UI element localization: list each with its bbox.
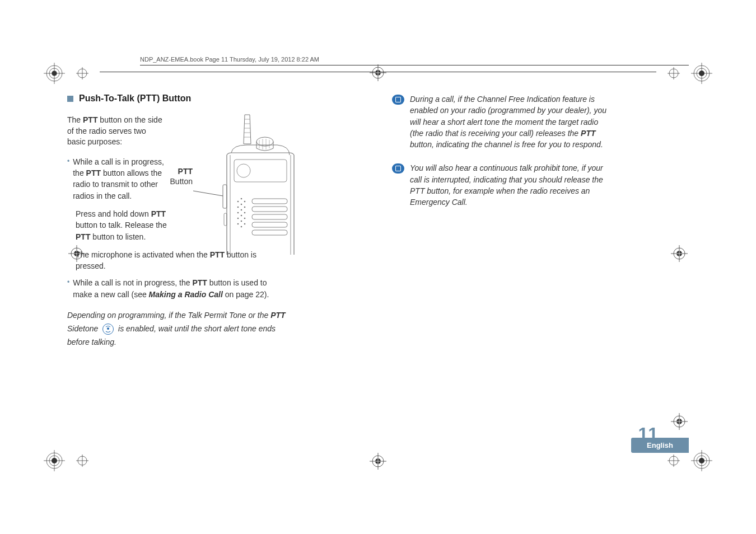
svg-rect-95 [252,230,287,235]
svg-rect-91 [252,199,287,204]
heading-text: Push-To-Talk (PTT) Button [79,93,191,104]
svg-rect-96 [223,185,227,208]
svg-line-98 [193,191,223,196]
svg-point-76 [237,207,239,208]
registration-target-icon [691,63,712,84]
svg-point-81 [241,204,242,205]
svg-point-86 [244,201,246,203]
sidetone-icon [102,324,114,335]
left-column: Push-To-Talk (PTT) Button The PTT button… [67,93,364,358]
page-content: NDP_ANZ-EMEA.book Page 11 Thursday, July… [67,56,689,478]
bullet-item-2: • While a call is not in progress, the P… [67,277,364,300]
note-2: You will also hear a continuous talk pro… [392,162,689,208]
note-icon [392,95,404,105]
ptt-callout-label: PTT Button [165,166,193,186]
svg-rect-73 [234,160,287,182]
radio-illustration [193,109,305,255]
svg-rect-97 [224,213,227,226]
intro-paragraph: The PTT button on the side of the radio … [67,115,162,148]
svg-point-79 [237,223,239,225]
registration-target-icon [44,450,65,471]
right-column: During a call, if the Channel Free Indic… [392,93,689,358]
svg-point-82 [241,209,242,211]
section-heading: Push-To-Talk (PTT) Button [67,93,364,104]
svg-point-80 [241,198,242,200]
svg-point-88 [244,212,246,214]
svg-point-83 [241,215,242,217]
svg-point-87 [244,207,246,208]
document-header: NDP_ANZ-EMEA.book Page 11 Thursday, July… [140,56,689,65]
registration-target-icon [44,63,65,84]
svg-rect-92 [252,207,287,212]
svg-point-78 [237,218,239,219]
registration-target-icon [691,450,712,471]
language-tab: English [631,438,689,453]
svg-point-85 [241,226,242,228]
note-1: During a call, if the Channel Free Indic… [392,93,689,150]
svg-point-89 [244,218,246,219]
bullet-icon: • [67,278,69,286]
svg-point-75 [237,201,239,203]
sub-paragraph-1: Press and hold down PTT button to talk. … [76,208,168,242]
svg-rect-93 [252,214,287,219]
bullet-icon: • [67,157,69,165]
svg-point-90 [244,223,246,225]
svg-point-74 [237,164,250,177]
svg-point-77 [237,212,239,214]
italic-note: Depending on programming, if the Talk Pe… [67,309,291,349]
svg-rect-94 [252,222,287,227]
svg-point-84 [241,221,242,222]
note-icon [392,163,404,174]
heading-bullet-icon [67,96,73,102]
